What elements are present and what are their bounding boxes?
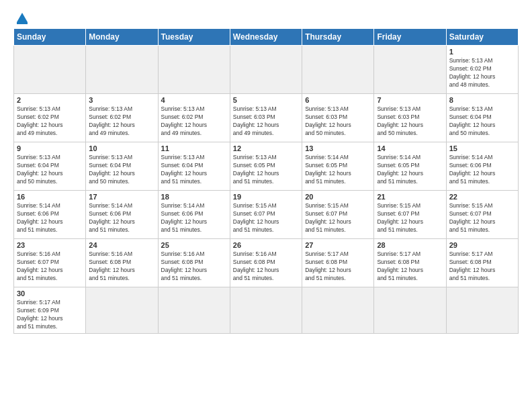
day-number: 18 (161, 193, 227, 201)
day-number: 25 (161, 241, 227, 249)
header-friday: Friday (374, 29, 446, 46)
calendar-cell (374, 287, 446, 334)
day-number: 9 (17, 144, 83, 152)
day-info: Sunrise: 5:15 AM Sunset: 6:07 PM Dayligh… (305, 202, 371, 234)
calendar-cell: 15Sunrise: 5:14 AM Sunset: 6:06 PM Dayli… (446, 142, 518, 191)
calendar-cell: 24Sunrise: 5:16 AM Sunset: 6:08 PM Dayli… (86, 239, 158, 287)
calendar-table: SundayMondayTuesdayWednesdayThursdayFrid… (13, 28, 519, 334)
day-info: Sunrise: 5:13 AM Sunset: 6:04 PM Dayligh… (449, 105, 515, 138)
calendar-cell: 22Sunrise: 5:15 AM Sunset: 6:07 PM Dayli… (446, 191, 518, 239)
day-number: 21 (377, 193, 443, 201)
calendar-cell (302, 287, 374, 334)
day-info: Sunrise: 5:14 AM Sunset: 6:05 PM Dayligh… (305, 154, 371, 186)
calendar-week-row: 30Sunrise: 5:17 AM Sunset: 6:09 PM Dayli… (14, 287, 519, 334)
calendar-cell: 12Sunrise: 5:13 AM Sunset: 6:05 PM Dayli… (230, 142, 302, 191)
day-number: 7 (377, 96, 443, 104)
day-number: 26 (233, 241, 299, 249)
day-number: 8 (449, 96, 515, 104)
svg-rect-1 (17, 22, 28, 24)
day-info: Sunrise: 5:16 AM Sunset: 6:08 PM Dayligh… (161, 250, 227, 283)
calendar-cell (374, 46, 446, 94)
calendar-cell: 3Sunrise: 5:13 AM Sunset: 6:02 PM Daylig… (86, 94, 158, 142)
calendar-cell (158, 287, 230, 334)
calendar-cell: 14Sunrise: 5:14 AM Sunset: 6:05 PM Dayli… (374, 142, 446, 191)
calendar-cell: 4Sunrise: 5:13 AM Sunset: 6:02 PM Daylig… (158, 94, 230, 142)
calendar-cell: 28Sunrise: 5:17 AM Sunset: 6:08 PM Dayli… (374, 239, 446, 287)
day-number: 24 (89, 241, 154, 249)
header-sunday: Sunday (14, 29, 86, 46)
header (13, 11, 519, 26)
calendar-cell (86, 46, 158, 94)
day-info: Sunrise: 5:17 AM Sunset: 6:08 PM Dayligh… (449, 250, 515, 283)
calendar-cell: 18Sunrise: 5:14 AM Sunset: 6:06 PM Dayli… (158, 191, 230, 239)
day-number: 15 (449, 144, 515, 152)
header-saturday: Saturday (446, 29, 518, 46)
day-number: 14 (377, 144, 443, 152)
calendar-cell: 16Sunrise: 5:14 AM Sunset: 6:06 PM Dayli… (14, 191, 86, 239)
day-number: 22 (449, 193, 515, 201)
calendar-cell: 1Sunrise: 5:13 AM Sunset: 6:02 PM Daylig… (446, 46, 518, 94)
calendar-cell (14, 46, 86, 94)
calendar-cell: 30Sunrise: 5:17 AM Sunset: 6:09 PM Dayli… (14, 287, 86, 334)
day-number: 11 (161, 144, 227, 152)
calendar-cell: 10Sunrise: 5:13 AM Sunset: 6:04 PM Dayli… (86, 142, 158, 191)
calendar-cell (230, 46, 302, 94)
calendar-cell: 6Sunrise: 5:13 AM Sunset: 6:03 PM Daylig… (302, 94, 374, 142)
calendar-cell: 11Sunrise: 5:13 AM Sunset: 6:04 PM Dayli… (158, 142, 230, 191)
logo-row (13, 11, 30, 26)
day-number: 6 (305, 96, 371, 104)
header-tuesday: Tuesday (158, 29, 230, 46)
day-number: 10 (89, 144, 154, 152)
calendar-cell: 17Sunrise: 5:14 AM Sunset: 6:06 PM Dayli… (86, 191, 158, 239)
day-info: Sunrise: 5:13 AM Sunset: 6:02 PM Dayligh… (17, 105, 83, 138)
day-number: 28 (377, 241, 443, 249)
day-info: Sunrise: 5:15 AM Sunset: 6:07 PM Dayligh… (233, 202, 299, 234)
day-number: 30 (17, 289, 83, 298)
calendar-cell: 7Sunrise: 5:13 AM Sunset: 6:03 PM Daylig… (374, 94, 446, 142)
day-info: Sunrise: 5:15 AM Sunset: 6:07 PM Dayligh… (377, 202, 443, 234)
logo-area (13, 11, 30, 26)
header-monday: Monday (86, 29, 158, 46)
calendar-cell (158, 46, 230, 94)
calendar-week-row: 2Sunrise: 5:13 AM Sunset: 6:02 PM Daylig… (14, 94, 519, 142)
day-info: Sunrise: 5:17 AM Sunset: 6:08 PM Dayligh… (305, 250, 371, 283)
calendar-cell: 20Sunrise: 5:15 AM Sunset: 6:07 PM Dayli… (302, 191, 374, 239)
day-info: Sunrise: 5:16 AM Sunset: 6:08 PM Dayligh… (89, 250, 154, 283)
calendar-cell (230, 287, 302, 334)
day-number: 23 (17, 241, 83, 249)
day-number: 1 (449, 48, 515, 56)
day-info: Sunrise: 5:14 AM Sunset: 6:06 PM Dayligh… (17, 202, 83, 234)
day-info: Sunrise: 5:13 AM Sunset: 6:03 PM Dayligh… (233, 105, 299, 138)
day-info: Sunrise: 5:17 AM Sunset: 6:08 PM Dayligh… (377, 250, 443, 283)
day-number: 2 (17, 96, 83, 104)
day-info: Sunrise: 5:14 AM Sunset: 6:05 PM Dayligh… (377, 154, 443, 186)
day-number: 12 (233, 144, 299, 152)
calendar-week-row: 1Sunrise: 5:13 AM Sunset: 6:02 PM Daylig… (14, 46, 519, 94)
day-info: Sunrise: 5:13 AM Sunset: 6:02 PM Dayligh… (161, 105, 227, 138)
day-info: Sunrise: 5:16 AM Sunset: 6:07 PM Dayligh… (17, 250, 83, 283)
calendar-cell: 2Sunrise: 5:13 AM Sunset: 6:02 PM Daylig… (14, 94, 86, 142)
day-number: 27 (305, 241, 371, 249)
day-number: 13 (305, 144, 371, 152)
calendar-header-row: SundayMondayTuesdayWednesdayThursdayFrid… (14, 29, 519, 46)
logo-icon (15, 11, 30, 26)
day-number: 29 (449, 241, 515, 249)
calendar-cell: 27Sunrise: 5:17 AM Sunset: 6:08 PM Dayli… (302, 239, 374, 287)
day-info: Sunrise: 5:13 AM Sunset: 6:04 PM Dayligh… (17, 154, 83, 186)
calendar-cell: 21Sunrise: 5:15 AM Sunset: 6:07 PM Dayli… (374, 191, 446, 239)
calendar-cell: 13Sunrise: 5:14 AM Sunset: 6:05 PM Dayli… (302, 142, 374, 191)
day-info: Sunrise: 5:13 AM Sunset: 6:02 PM Dayligh… (449, 57, 515, 89)
day-number: 20 (305, 193, 371, 201)
calendar-cell: 29Sunrise: 5:17 AM Sunset: 6:08 PM Dayli… (446, 239, 518, 287)
calendar-cell: 5Sunrise: 5:13 AM Sunset: 6:03 PM Daylig… (230, 94, 302, 142)
calendar-week-row: 9Sunrise: 5:13 AM Sunset: 6:04 PM Daylig… (14, 142, 519, 191)
calendar-cell (86, 287, 158, 334)
header-thursday: Thursday (302, 29, 374, 46)
day-info: Sunrise: 5:14 AM Sunset: 6:06 PM Dayligh… (161, 202, 227, 234)
calendar-week-row: 16Sunrise: 5:14 AM Sunset: 6:06 PM Dayli… (14, 191, 519, 239)
svg-marker-0 (17, 13, 28, 22)
day-info: Sunrise: 5:14 AM Sunset: 6:06 PM Dayligh… (449, 154, 515, 186)
day-number: 4 (161, 96, 227, 104)
day-number: 3 (89, 96, 154, 104)
day-info: Sunrise: 5:16 AM Sunset: 6:08 PM Dayligh… (233, 250, 299, 283)
